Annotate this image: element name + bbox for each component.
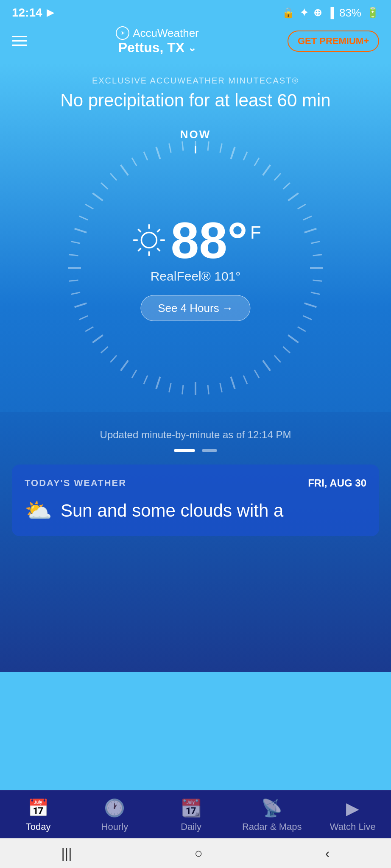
location-selector[interactable]: Pettus, TX ⌄ (116, 40, 199, 56)
temperature-display: 88° F (130, 215, 261, 266)
svg-line-26 (243, 376, 247, 384)
nav-daily[interactable]: 📆 Daily (166, 798, 217, 832)
recent-apps-button[interactable]: ||| (61, 846, 72, 861)
svg-line-2 (220, 144, 222, 153)
brand-name: AccuWeather (133, 27, 199, 40)
weather-main: EXCLUSIVE ACCUWEATHER MINUTECAST® No pre… (0, 63, 391, 672)
nav-hourly[interactable]: 🕐 Hourly (89, 798, 140, 832)
nav-today-label: Today (26, 821, 51, 832)
bottom-nav: 📅 Today 🕐 Hourly 📆 Daily 📡 Radar & Maps … (0, 790, 391, 838)
svg-line-50 (85, 204, 93, 209)
status-time-area: 12:14 ▶ (12, 6, 54, 19)
svg-line-32 (169, 383, 171, 392)
dot-2 (202, 449, 217, 452)
svg-line-47 (71, 242, 81, 244)
brand-logo-area: ☀ AccuWeather (116, 26, 199, 40)
svg-line-5 (254, 158, 259, 166)
svg-line-55 (132, 158, 137, 166)
svg-line-56 (144, 152, 148, 160)
svg-line-42 (75, 303, 87, 307)
radial-gauge: // This won't run inline in SVG; we'll u… (51, 124, 340, 412)
android-nav-bar: ||| ○ ‹ (0, 838, 391, 868)
update-info: Updated minute-by-minute as of 12:14 PM (0, 412, 391, 449)
svg-line-9 (288, 193, 298, 201)
todays-description: ⛅ Sun and some clouds with a (25, 498, 366, 523)
svg-line-35 (132, 370, 137, 378)
temperature-value: 88° (170, 215, 247, 266)
svg-line-58 (169, 144, 171, 153)
svg-line-54 (121, 165, 128, 175)
todays-weather-card: TODAY'S WEATHER FRI, AUG 30 ⛅ Sun and so… (12, 465, 379, 536)
svg-line-1 (208, 142, 209, 151)
minutecast-label: EXCLUSIVE ACCUWEATHER MINUTECAST® (0, 76, 391, 86)
svg-line-25 (254, 370, 259, 378)
svg-line-68 (157, 249, 159, 251)
radial-center-content: 88° F RealFeel® 101° See 4 Hours → (130, 215, 261, 321)
cloud-sun-icon: ⛅ (25, 498, 52, 523)
hamburger-menu[interactable] (12, 36, 27, 46)
nav-today[interactable]: 📅 Today (13, 798, 64, 832)
nav-watch[interactable]: ▶ Watch Live (327, 798, 378, 832)
svg-line-10 (298, 204, 306, 209)
svg-line-34 (144, 376, 148, 384)
chevron-down-icon: ⌄ (188, 42, 196, 54)
wifi-icon: ⊕ (313, 7, 322, 19)
svg-line-38 (101, 347, 108, 353)
temperature-unit: F (250, 223, 261, 243)
sim-icon: 🔒 (282, 7, 295, 19)
play-icon: ▶ (47, 7, 54, 18)
svg-line-21 (288, 335, 298, 343)
svg-line-18 (304, 303, 317, 307)
see-hours-button[interactable]: See 4 Hours → (140, 295, 251, 321)
radar-icon: 📡 (261, 798, 282, 818)
nav-watch-label: Watch Live (330, 821, 376, 832)
svg-line-49 (79, 216, 88, 220)
svg-line-4 (243, 152, 247, 160)
svg-line-46 (69, 255, 78, 256)
daily-icon: 📆 (181, 798, 202, 818)
svg-line-66 (157, 230, 159, 232)
svg-line-39 (92, 335, 103, 343)
svg-line-6 (263, 165, 271, 175)
premium-button[interactable]: GET PREMIUM+ (288, 31, 379, 52)
time-display: 12:14 (12, 6, 42, 19)
svg-line-23 (274, 356, 281, 362)
svg-line-7 (274, 173, 281, 180)
svg-line-17 (311, 292, 320, 295)
status-icons-area: 🔒 ✦ ⊕ ▐ 83% 🔋 (282, 6, 379, 19)
svg-line-11 (303, 216, 312, 220)
svg-line-44 (69, 280, 78, 281)
svg-line-27 (231, 377, 235, 389)
svg-line-22 (283, 347, 290, 353)
section-below: Updated minute-by-minute as of 12:14 PM … (0, 412, 391, 672)
sun-icon (130, 221, 168, 259)
svg-line-48 (75, 229, 87, 233)
svg-line-3 (231, 147, 235, 159)
battery-text: 83% (339, 6, 361, 19)
minutecast-title: No precipitation for at least 60 min (0, 90, 391, 111)
home-button[interactable]: ○ (194, 846, 202, 861)
today-icon: 📅 (28, 798, 49, 818)
now-label: NOW (180, 128, 211, 141)
svg-line-31 (182, 385, 183, 395)
status-bar: 12:14 ▶ 🔒 ✦ ⊕ ▐ 83% 🔋 (0, 0, 391, 23)
header-center: ☀ AccuWeather Pettus, TX ⌄ (116, 26, 199, 56)
brand-icon: ☀ (116, 26, 129, 40)
svg-line-20 (298, 327, 306, 331)
nav-radar[interactable]: 📡 Radar & Maps (242, 798, 302, 832)
nav-hourly-label: Hourly (101, 821, 128, 832)
svg-line-43 (71, 292, 81, 295)
realfeel-label: RealFeel® (151, 269, 211, 283)
todays-header: TODAY'S WEATHER FRI, AUG 30 (25, 477, 366, 489)
back-button[interactable]: ‹ (325, 846, 330, 861)
todays-date: FRI, AUG 30 (308, 477, 366, 489)
svg-line-53 (110, 173, 117, 180)
todays-label: TODAY'S WEATHER (25, 478, 126, 489)
battery-icon: 🔋 (366, 7, 379, 19)
signal-icon: ▐ (327, 7, 334, 19)
svg-line-29 (208, 385, 209, 395)
location-text: Pettus, TX (118, 40, 184, 56)
pagination-dots (0, 449, 391, 465)
svg-line-16 (313, 280, 322, 281)
now-indicator (195, 146, 196, 153)
